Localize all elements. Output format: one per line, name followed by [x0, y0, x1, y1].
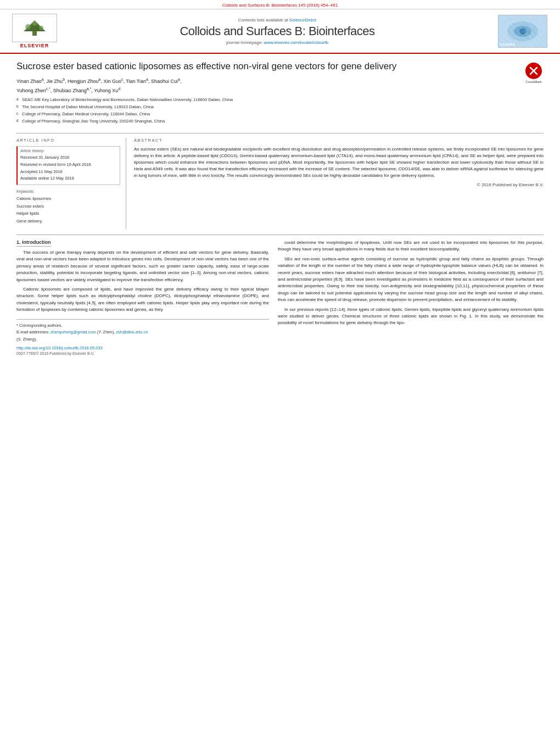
page: Colloids and Surfaces B: Biointerfaces 1… — [0, 0, 560, 742]
main-content: Sucrose ester based cationic liposomes a… — [0, 54, 560, 361]
cover-label: COLSURFB — [500, 43, 515, 46]
history-accepted: Accepted 11 May 2016 — [20, 169, 117, 176]
authors-list: Yinan Zhaoa, Jie Zhub, Hengjun Zhoua, Xi… — [16, 76, 517, 94]
article-title: Sucrose ester based cationic liposomes a… — [16, 60, 517, 72]
header: ELSEVIER Contents lists available at Sci… — [0, 9, 560, 54]
keyword-2: Sucrose esters — [16, 203, 120, 210]
svg-point-5 — [32, 21, 37, 26]
body-left-col: 1. Introduction The success of gene ther… — [16, 239, 269, 355]
article-header: Sucrose ester based cationic liposomes a… — [16, 60, 544, 129]
intro-para-2: Cationic liposomes are composed of lipid… — [16, 286, 269, 314]
keywords-box: Keywords: Cationic liposomes Sucrose est… — [16, 189, 120, 225]
abstract-text: As sucrose esters (SEs) are natural and … — [134, 146, 544, 179]
cover-art: COLSURFB — [499, 15, 547, 47]
history-revised: Received in revised form 16 April 2016 — [20, 161, 117, 169]
intro-right-para-2: SEs are non-ionic surface-active agents … — [278, 256, 544, 304]
info-abstract-section: ARTICLE INFO Article history: Received 3… — [16, 133, 544, 229]
crossmark-icon — [529, 66, 539, 76]
history-received: Received 31 January 2016 — [20, 154, 117, 161]
journal-homepage-link[interactable]: www.elsevier.com/locate/colsurfb — [264, 40, 328, 45]
footnotes: * Corresponding authors. E-mail addresse… — [16, 319, 269, 355]
elsevier-logo — [12, 14, 57, 42]
section-divider — [16, 235, 544, 235]
journal-ref: Colloids and Surfaces B: Biointerfaces 1… — [222, 3, 338, 8]
affil-b: b The Second Hospital of Dalian Medical … — [16, 104, 517, 110]
header-center: Contents lists available at ScienceDirec… — [59, 18, 495, 45]
introduction-heading: 1. Introduction — [16, 239, 51, 247]
keyword-3: Helper lipids — [16, 210, 120, 217]
keyword-1: Cationic liposomes — [16, 195, 120, 203]
doi-anchor[interactable]: http://dx.doi.org/10.1016/j.colsurfb.201… — [16, 345, 103, 350]
article-info-heading: ARTICLE INFO — [16, 138, 120, 143]
elsevier-tree-icon — [18, 19, 51, 37]
keyword-4: Gene delivery — [16, 217, 120, 225]
abstract-heading: ABSTRACT — [134, 138, 544, 143]
elsevier-wordmark: ELSEVIER — [20, 43, 49, 48]
svg-point-4 — [39, 26, 43, 30]
intro-para-1: The success of gene therapy mainly depen… — [16, 249, 269, 283]
article-title-block: Sucrose ester based cationic liposomes a… — [16, 60, 517, 125]
crossmark-badge — [525, 63, 542, 79]
journal-cover-image: COLSURFB — [498, 15, 547, 48]
corr-authors-note: * Corresponding authors. — [16, 322, 269, 330]
s-zhang-line: (S. Zhang). — [16, 336, 269, 343]
journal-cover-block: COLSURFB — [495, 15, 550, 48]
article-history-box: Article history: Received 31 January 201… — [16, 146, 120, 185]
crossmark-block[interactable]: CrossMark — [524, 60, 544, 83]
affiliations: a SEAC-ME Key Laboratory of Biotechnolog… — [16, 97, 517, 125]
svg-point-3 — [25, 24, 31, 30]
body-section: 1. Introduction The success of gene ther… — [16, 239, 544, 355]
intro-right-para-1: could determine the morphologies of lipo… — [278, 239, 544, 253]
affil-a: a SEAC-ME Key Laboratory of Biotechnolog… — [16, 97, 517, 103]
history-online: Available online 12 May 2016 — [20, 175, 117, 182]
affil-d: d College of Pharmacy, Shanghai Jiao Ton… — [16, 118, 517, 125]
body-right-col: could determine the morphologies of lipo… — [278, 239, 544, 355]
keywords-title: Keywords: — [16, 189, 120, 193]
intro-left-text: The success of gene therapy mainly depen… — [16, 249, 269, 314]
email-line: E-mail addresses: zhenyuhong@gmail.com (… — [16, 329, 269, 336]
intro-right-text: could determine the morphologies of lipo… — [278, 239, 544, 327]
homepage-line: journal homepage: www.elsevier.com/locat… — [65, 40, 490, 45]
abstract-panel: ABSTRACT As sucrose esters (SEs) are nat… — [134, 138, 544, 229]
doi-link[interactable]: http://dx.doi.org/10.1016/j.colsurfb.201… — [16, 345, 269, 350]
contents-availability: Contents lists available at ScienceDirec… — [65, 18, 490, 23]
journal-title: Colloids and Surfaces B: Biointerfaces — [65, 24, 490, 38]
top-banner: Colloids and Surfaces B: Biointerfaces 1… — [0, 0, 560, 9]
sciencedirect-link[interactable]: ScienceDirect — [289, 18, 316, 23]
intro-right-para-3: In our previous reports [12–14], three t… — [278, 306, 544, 327]
elsevier-logo-block: ELSEVIER — [10, 14, 59, 48]
issn-line: 0927-7765/© 2016 Published by Elsevier B… — [16, 352, 269, 355]
history-title: Article history: — [20, 149, 117, 153]
crossmark-label: CrossMark — [525, 80, 541, 83]
affil-c: c College of Pharmacy, Dalian Medical Un… — [16, 111, 517, 118]
email-link-zhang[interactable]: zsh@dlnu.edu.cn — [116, 330, 148, 334]
email-link-zhen[interactable]: zhenyuhong@gmail.com — [51, 330, 96, 334]
copyright-line: © 2016 Published by Elsevier B.V. — [134, 182, 544, 187]
article-info-panel: ARTICLE INFO Article history: Received 3… — [16, 138, 126, 229]
